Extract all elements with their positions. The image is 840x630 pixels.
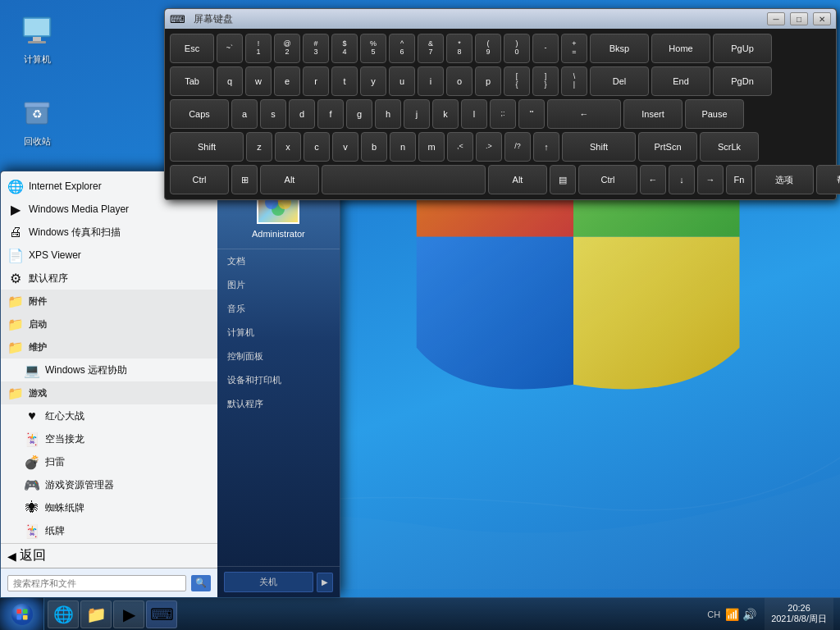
start-right-devices[interactable]: 设备和打印机	[217, 368, 340, 392]
key-shift-left[interactable]: Shift	[170, 132, 244, 162]
taskbar-explorer[interactable]: 📁	[80, 600, 112, 628]
start-item-remote[interactable]: 💻 Windows 远程协助	[1, 358, 217, 381]
start-right-music[interactable]: 音乐	[217, 297, 340, 321]
key-tilde[interactable]: ~`	[217, 34, 243, 63]
key-left[interactable]: ←	[640, 165, 666, 194]
key-x[interactable]: x	[275, 132, 301, 162]
start-right-computer[interactable]: 计算机	[217, 321, 340, 345]
key-s[interactable]: s	[260, 99, 286, 129]
key-d[interactable]: d	[289, 99, 315, 129]
key-k[interactable]: k	[432, 99, 459, 129]
key-backslash[interactable]: \|	[561, 66, 587, 96]
key-1[interactable]: !1	[245, 34, 272, 63]
osk-restore-button[interactable]: □	[790, 12, 808, 25]
search-button[interactable]: 🔍	[191, 575, 211, 591]
key-insert[interactable]: Insert	[623, 99, 682, 129]
key-7[interactable]: &7	[418, 34, 444, 63]
key-alt-right[interactable]: Alt	[488, 165, 547, 194]
taskbar-osk[interactable]: ⌨	[146, 600, 177, 628]
key-right[interactable]: →	[697, 165, 724, 194]
shutdown-button[interactable]: 关机	[224, 572, 313, 592]
key-del[interactable]: Del	[590, 66, 649, 96]
key-t[interactable]: t	[331, 66, 358, 96]
desktop-icon-recycle[interactable]: ♻ 回收站	[8, 90, 66, 150]
shutdown-arrow-button[interactable]: ▶	[317, 573, 333, 592]
start-item-xps[interactable]: 📄 XPS Viewer	[1, 244, 217, 267]
key-pgup[interactable]: PgUp	[713, 34, 772, 63]
folder-maintenance[interactable]: 📁 维护	[1, 336, 217, 358]
key-win[interactable]: ⊞	[231, 165, 258, 194]
key-slash[interactable]: /?	[504, 132, 531, 162]
key-equal[interactable]: +=	[561, 34, 587, 63]
key-fn[interactable]: Fn	[726, 165, 752, 194]
start-item-game-explorer[interactable]: 🎮 游戏资源管理器	[1, 473, 217, 496]
key-enter-arrow[interactable]: ←	[547, 99, 621, 129]
key-6[interactable]: ^6	[389, 34, 415, 63]
key-options[interactable]: 选项	[755, 165, 814, 194]
key-h[interactable]: h	[375, 99, 401, 129]
key-j[interactable]: j	[404, 99, 430, 129]
key-c[interactable]: c	[304, 132, 330, 162]
key-r[interactable]: r	[303, 66, 329, 96]
osk-close-button[interactable]: ✕	[813, 12, 831, 25]
key-rbracket[interactable]: ]}	[532, 66, 559, 96]
key-v[interactable]: v	[332, 132, 358, 162]
key-end[interactable]: End	[651, 66, 710, 96]
key-prtscn[interactable]: PrtScn	[638, 132, 697, 162]
key-0[interactable]: )0	[504, 34, 530, 63]
key-3[interactable]: #3	[303, 34, 329, 63]
taskbar-ie[interactable]: 🌐	[48, 600, 79, 628]
key-m[interactable]: m	[418, 132, 445, 162]
key-2[interactable]: @2	[274, 34, 300, 63]
start-item-spider[interactable]: 🕷 蜘蛛纸牌	[1, 496, 217, 519]
start-item-solitaire[interactable]: 🃏 纸牌	[1, 519, 217, 542]
key-5[interactable]: %5	[360, 34, 386, 63]
start-search-input[interactable]	[7, 575, 186, 591]
clock-area[interactable]: 20:26 2021/8/8/周日	[765, 598, 833, 631]
start-item-default[interactable]: ⚙ 默认程序	[1, 267, 217, 290]
key-g[interactable]: g	[346, 99, 372, 129]
key-lbracket[interactable]: [{	[504, 66, 530, 96]
key-l[interactable]: l	[461, 99, 487, 129]
key-9[interactable]: (9	[475, 34, 501, 63]
key-p[interactable]: p	[475, 66, 501, 96]
key-minus[interactable]: -	[532, 34, 559, 63]
key-pgdn[interactable]: PgDn	[713, 66, 772, 96]
key-8[interactable]: *8	[446, 34, 472, 63]
key-space[interactable]	[322, 165, 486, 194]
key-b[interactable]: b	[361, 132, 387, 162]
tray-speaker-icon[interactable]: 🔊	[742, 608, 756, 621]
key-n[interactable]: n	[390, 132, 416, 162]
start-item-minesweeper[interactable]: 💣 扫雷	[1, 450, 217, 473]
start-item-wmp[interactable]: ▶ Windows Media Player	[1, 198, 217, 221]
key-help[interactable]: 帮助	[816, 165, 840, 194]
start-back-button[interactable]: ◀ 返回	[1, 543, 217, 568]
start-item-fax[interactable]: 🖨 Windows 传真和扫描	[1, 221, 217, 244]
key-alt-left[interactable]: Alt	[260, 165, 319, 194]
key-e[interactable]: e	[274, 66, 300, 96]
start-right-default-programs[interactable]: 默认程序	[217, 392, 340, 416]
folder-startup[interactable]: 📁 启动	[1, 313, 217, 336]
key-z[interactable]: z	[246, 132, 272, 162]
osk-minimize-button[interactable]: ─	[767, 12, 785, 25]
tray-network-icon[interactable]: 📶	[725, 608, 739, 621]
key-up[interactable]: ↑	[533, 132, 559, 162]
start-item-freecell[interactable]: 🃏 空当接龙	[1, 427, 217, 450]
key-home[interactable]: Home	[651, 34, 710, 63]
key-shift-right[interactable]: Shift	[562, 132, 636, 162]
taskbar-wmp[interactable]: ▶	[113, 600, 144, 628]
start-item-hearts[interactable]: ♥ 红心大战	[1, 404, 217, 427]
key-y[interactable]: y	[360, 66, 386, 96]
key-u[interactable]: u	[389, 66, 415, 96]
key-bksp[interactable]: Bksp	[590, 34, 649, 63]
start-right-docs[interactable]: 文档	[217, 249, 340, 273]
key-ctrl-left[interactable]: Ctrl	[170, 165, 229, 194]
key-pause[interactable]: Pause	[685, 99, 744, 129]
key-period[interactable]: .>	[476, 132, 502, 162]
start-right-control-panel[interactable]: 控制面板	[217, 345, 340, 368]
start-right-pictures[interactable]: 图片	[217, 273, 340, 297]
key-ctrl-right[interactable]: Ctrl	[578, 165, 637, 194]
key-esc[interactable]: Esc	[170, 34, 214, 63]
key-4[interactable]: $4	[331, 34, 358, 63]
desktop-icon-computer[interactable]: 计算机	[8, 8, 66, 68]
